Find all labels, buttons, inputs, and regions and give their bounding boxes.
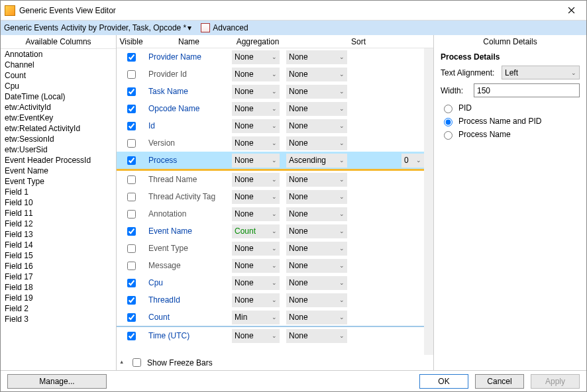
visible-checkbox[interactable] bbox=[127, 87, 136, 96]
available-column-item[interactable]: Field 2 bbox=[1, 303, 116, 314]
available-column-item[interactable]: etw:UserSid bbox=[1, 144, 116, 155]
available-column-item[interactable]: Cpu bbox=[1, 81, 116, 91]
grid-row[interactable]: MessageNone⌄None⌄ bbox=[117, 257, 424, 274]
available-column-item[interactable]: Event Name bbox=[1, 166, 116, 176]
aggregation-select[interactable]: None⌄ bbox=[232, 173, 280, 187]
grid-row[interactable]: ProcessNone⌄Ascending⌄0⌄ bbox=[117, 152, 424, 169]
sort-select[interactable]: None⌄ bbox=[286, 119, 347, 133]
grid-row[interactable]: ThreadIdNone⌄None⌄ bbox=[117, 291, 424, 309]
radio-name[interactable]: Process Name bbox=[441, 128, 580, 141]
cancel-button[interactable]: Cancel bbox=[475, 374, 524, 389]
aggregation-select[interactable]: None⌄ bbox=[232, 85, 280, 99]
available-column-item[interactable]: Event Type bbox=[1, 176, 116, 187]
sort-select[interactable]: None⌄ bbox=[286, 68, 347, 81]
sort-select[interactable]: None⌄ bbox=[286, 207, 347, 221]
apply-button[interactable]: Apply bbox=[531, 374, 580, 389]
advanced-button[interactable]: Advanced bbox=[213, 23, 248, 32]
grid-row[interactable]: VersionNone⌄None⌄ bbox=[117, 134, 424, 152]
sort-select[interactable]: None⌄ bbox=[286, 276, 347, 290]
manage-button[interactable]: Manage... bbox=[7, 374, 107, 389]
visible-checkbox[interactable] bbox=[127, 105, 136, 113]
aggregation-select[interactable]: None⌄ bbox=[232, 190, 280, 204]
visible-checkbox[interactable] bbox=[127, 296, 136, 305]
available-column-item[interactable]: Field 3 bbox=[1, 314, 116, 324]
aggregation-select[interactable]: None⌄ bbox=[232, 329, 280, 343]
grid-scrollbar[interactable] bbox=[424, 48, 433, 355]
available-column-item[interactable]: Channel bbox=[1, 60, 116, 70]
header-visible[interactable]: Visible bbox=[117, 37, 146, 46]
available-column-item[interactable]: Event Header ProcessId bbox=[1, 155, 116, 166]
sort-select[interactable]: None⌄ bbox=[286, 85, 347, 99]
preset-dropdown[interactable]: Activity by Provider, Task, Opcode *▾ bbox=[61, 23, 191, 32]
aggregation-select[interactable]: None⌄ bbox=[232, 50, 280, 64]
sort-select[interactable]: Ascending⌄ bbox=[286, 154, 347, 168]
visible-checkbox[interactable] bbox=[127, 156, 136, 165]
visible-checkbox[interactable] bbox=[127, 175, 136, 184]
sort-select[interactable]: None⌄ bbox=[286, 173, 347, 187]
text-align-select[interactable]: Left⌄ bbox=[502, 66, 580, 79]
width-input[interactable] bbox=[474, 83, 580, 97]
visible-checkbox[interactable] bbox=[127, 279, 136, 287]
grid-row[interactable]: Event TypeNone⌄None⌄ bbox=[117, 240, 424, 257]
grid-row[interactable]: IdNone⌄None⌄ bbox=[117, 117, 424, 134]
available-column-item[interactable]: Field 16 bbox=[1, 261, 116, 271]
available-column-item[interactable]: etw:Related ActivityId bbox=[1, 123, 116, 134]
visible-checkbox[interactable] bbox=[127, 332, 136, 340]
aggregation-select[interactable]: None⌄ bbox=[232, 102, 280, 116]
visible-checkbox[interactable] bbox=[127, 53, 136, 62]
aggregation-select[interactable]: Min⌄ bbox=[232, 311, 280, 324]
available-column-item[interactable]: etw:EventKey bbox=[1, 113, 116, 123]
available-column-item[interactable]: Field 19 bbox=[1, 293, 116, 303]
grid-row[interactable]: Time (UTC)None⌄None⌄ bbox=[117, 327, 424, 344]
visible-checkbox[interactable] bbox=[127, 139, 136, 148]
sort-select[interactable]: None⌄ bbox=[286, 259, 347, 273]
grid-row[interactable]: AnnotationNone⌄None⌄ bbox=[117, 205, 424, 222]
available-column-item[interactable]: Field 11 bbox=[1, 208, 116, 219]
grid-row[interactable]: CpuNone⌄None⌄ bbox=[117, 274, 424, 291]
grid-row[interactable]: Event NameCount⌄None⌄ bbox=[117, 222, 424, 240]
radio-name-pid[interactable]: Process Name and PID bbox=[441, 115, 580, 128]
available-column-item[interactable]: Field 10 bbox=[1, 197, 116, 208]
grid-row[interactable]: Thread Activity TagNone⌄None⌄ bbox=[117, 188, 424, 205]
sort-select[interactable]: None⌄ bbox=[286, 242, 347, 256]
header-sort[interactable]: Sort bbox=[284, 37, 433, 46]
grid-row[interactable]: Provider NameNone⌄None⌄ bbox=[117, 48, 424, 66]
ok-button[interactable]: OK bbox=[419, 374, 468, 389]
grid-row[interactable]: Provider IdNone⌄None⌄ bbox=[117, 66, 424, 83]
expander-icon[interactable]: ▸ bbox=[118, 360, 125, 364]
sort-select[interactable]: None⌄ bbox=[286, 329, 347, 343]
visible-checkbox[interactable] bbox=[127, 210, 136, 219]
sort-select[interactable]: None⌄ bbox=[286, 136, 347, 150]
aggregation-select[interactable]: None⌄ bbox=[232, 293, 280, 307]
visible-checkbox[interactable] bbox=[127, 313, 136, 322]
visible-checkbox[interactable] bbox=[127, 122, 136, 130]
radio-pid[interactable]: PID bbox=[441, 101, 580, 115]
sort-select[interactable]: None⌄ bbox=[286, 50, 347, 64]
sort-order-select[interactable]: 0⌄ bbox=[401, 154, 424, 168]
header-aggregation[interactable]: Aggregation bbox=[232, 37, 284, 46]
events-dropdown[interactable]: Generic Events bbox=[4, 23, 58, 32]
visible-checkbox[interactable] bbox=[127, 244, 136, 253]
available-column-item[interactable]: Field 13 bbox=[1, 229, 116, 240]
visible-checkbox[interactable] bbox=[127, 262, 136, 270]
aggregation-select[interactable]: None⌄ bbox=[232, 276, 280, 290]
available-column-item[interactable]: Annotation bbox=[1, 49, 116, 60]
available-column-item[interactable]: Count bbox=[1, 70, 116, 81]
sort-select[interactable]: None⌄ bbox=[286, 311, 347, 324]
aggregation-select[interactable]: None⌄ bbox=[232, 242, 280, 256]
sort-select[interactable]: None⌄ bbox=[286, 293, 347, 307]
aggregation-select[interactable]: None⌄ bbox=[232, 154, 280, 168]
grid-row[interactable]: Opcode NameNone⌄None⌄ bbox=[117, 100, 424, 117]
available-columns-list[interactable]: AnnotationChannelCountCpuDateTime (Local… bbox=[1, 49, 116, 370]
available-column-item[interactable]: DateTime (Local) bbox=[1, 91, 116, 102]
available-column-item[interactable]: Field 18 bbox=[1, 282, 116, 293]
available-column-item[interactable]: Field 17 bbox=[1, 271, 116, 282]
available-column-item[interactable]: Field 14 bbox=[1, 240, 116, 250]
grid-row[interactable]: CountMin⌄None⌄ bbox=[117, 309, 424, 326]
sort-select[interactable]: None⌄ bbox=[286, 224, 347, 238]
sort-select[interactable]: None⌄ bbox=[286, 190, 347, 204]
aggregation-select[interactable]: None⌄ bbox=[232, 119, 280, 133]
visible-checkbox[interactable] bbox=[127, 227, 136, 236]
aggregation-select[interactable]: None⌄ bbox=[232, 136, 280, 150]
sort-select[interactable]: None⌄ bbox=[286, 102, 347, 116]
